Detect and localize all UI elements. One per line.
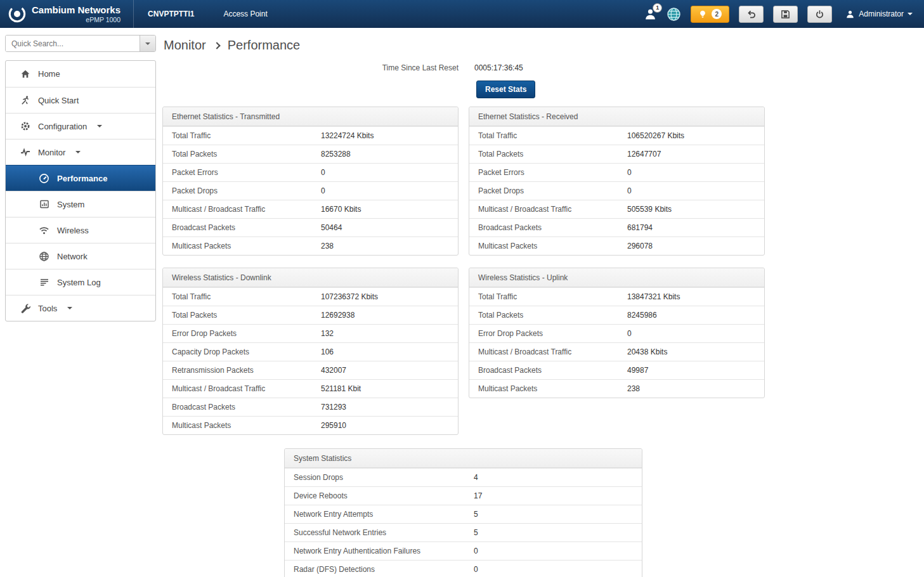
- quick-search: [5, 35, 156, 52]
- sidebar-item-performance[interactable]: Performance: [6, 165, 155, 191]
- notifications-button[interactable]: 2: [691, 6, 729, 23]
- stat-row: Total Packets 8253288: [163, 145, 458, 163]
- breadcrumb-arrow-icon: [213, 42, 220, 49]
- sidebar-item-system[interactable]: System: [6, 191, 155, 217]
- home-icon: [19, 69, 31, 79]
- stat-value: 20438 Kbits: [627, 347, 667, 356]
- stat-row: Packet Drops 0: [163, 181, 458, 200]
- stat-label: Multicast / Broadcast Traffic: [478, 205, 627, 214]
- device-mode-label: Access Point: [208, 10, 273, 18]
- stat-value: 50464: [321, 223, 342, 232]
- sidebar-item-label: Performance: [57, 174, 107, 183]
- stat-row: Device Reboots 17: [285, 486, 642, 505]
- sidebar: Home Quick Start Confi: [5, 35, 156, 321]
- stat-row: Total Traffic 106520267 Kbits: [469, 126, 764, 145]
- stat-value: 17: [474, 491, 482, 500]
- stat-value: 0: [474, 547, 478, 555]
- sidebar-item-label: Wireless: [57, 226, 89, 235]
- caret-down-icon: [75, 151, 81, 156]
- brand-logo[interactable]: Cambium Networks ePMP 1000: [8, 0, 133, 28]
- caret-down-icon: [145, 42, 150, 48]
- panel-title: System Statistics: [285, 449, 642, 468]
- stat-value: 0: [627, 329, 632, 338]
- sidebar-item-label: Quick Start: [38, 96, 79, 105]
- stat-value: 5: [474, 528, 478, 537]
- globe-icon[interactable]: [667, 7, 681, 22]
- system-chart-icon: [38, 199, 50, 209]
- stat-row: Multicast / Broadcast Traffic 20438 Kbit…: [469, 342, 764, 361]
- stat-value: 8253288: [321, 150, 351, 159]
- stat-label: Total Traffic: [172, 131, 321, 140]
- stat-label: Broadcast Packets: [172, 223, 321, 232]
- stat-row: Packet Drops 0: [469, 181, 764, 200]
- stat-value: 432007: [321, 366, 346, 375]
- stat-row: Multicast / Broadcast Traffic 521181 Kbi…: [163, 379, 458, 398]
- sidebar-item-label: System: [57, 200, 84, 209]
- stat-value: 0: [627, 168, 632, 177]
- reset-stats-button[interactable]: Reset Stats: [476, 81, 535, 98]
- caret-down-icon: [97, 125, 102, 130]
- sidebar-menu: Home Quick Start Confi: [5, 60, 156, 321]
- stat-value: 681794: [627, 223, 653, 232]
- device-name: CNVPTPTTI1: [133, 0, 208, 28]
- breadcrumb: Monitor Performance: [164, 38, 924, 53]
- pulse-icon: [19, 147, 31, 157]
- stat-label: Network Entry Authentication Failures: [294, 547, 474, 555]
- save-button[interactable]: [773, 6, 798, 23]
- power-button[interactable]: [807, 6, 832, 23]
- stat-value: 238: [321, 242, 334, 250]
- stat-row: Network Entry Attempts 5: [285, 505, 642, 523]
- stat-row: Broadcast Packets 731293: [163, 398, 458, 416]
- stat-value: 4: [474, 473, 478, 482]
- brand-model: ePMP 1000: [86, 16, 120, 23]
- sidebar-item-label: Network: [57, 252, 88, 261]
- sidebar-item-system-log[interactable]: System Log: [6, 269, 155, 295]
- stat-label: Broadcast Packets: [478, 223, 627, 232]
- breadcrumb-page: Performance: [228, 38, 301, 53]
- sidebar-item-monitor[interactable]: Monitor: [6, 139, 155, 165]
- caret-down-icon: [67, 307, 72, 312]
- stat-label: Multicast Packets: [478, 384, 627, 393]
- stat-value: 49987: [627, 366, 648, 375]
- wifi-icon: [38, 225, 50, 236]
- stat-label: Multicast / Broadcast Traffic: [172, 384, 321, 393]
- gauge-icon: [38, 173, 50, 184]
- stat-label: Error Drop Packets: [478, 329, 627, 338]
- stat-label: Error Drop Packets: [172, 329, 321, 338]
- stat-value: 731293: [321, 403, 346, 412]
- stat-row: Successful Network Entries 5: [285, 523, 642, 541]
- stat-row: Packet Errors 0: [163, 163, 458, 181]
- search-input[interactable]: [6, 36, 140, 51]
- stat-row: Total Packets 8245986: [469, 306, 764, 324]
- sidebar-item-home[interactable]: Home: [6, 61, 155, 87]
- stat-label: Multicast Packets: [478, 242, 627, 250]
- undo-button[interactable]: [739, 6, 764, 23]
- connected-users-button[interactable]: 1: [644, 8, 657, 21]
- stat-row: Network Entry Authentication Failures 0: [285, 541, 642, 560]
- stat-label: Total Traffic: [478, 292, 627, 301]
- panel-wireless-downlink: Wireless Statistics - Downlink Total Tra…: [162, 268, 459, 435]
- stat-value: 521181 Kbit: [321, 384, 361, 393]
- undo-icon: [746, 9, 757, 19]
- stat-value: 132: [321, 329, 334, 338]
- brand-name: Cambium Networks: [32, 4, 120, 15]
- stat-label: Total Packets: [172, 150, 321, 159]
- stat-row: Multicast Packets 295910: [163, 416, 458, 434]
- stat-label: Radar (DFS) Detections: [294, 565, 474, 574]
- stat-label: Multicast / Broadcast Traffic: [478, 347, 627, 356]
- search-dropdown-button[interactable]: [140, 36, 155, 51]
- stat-label: Multicast Packets: [172, 242, 321, 250]
- sidebar-item-wireless[interactable]: Wireless: [6, 217, 155, 243]
- sidebar-item-network[interactable]: Network: [6, 243, 155, 269]
- user-menu[interactable]: Administrator: [845, 10, 913, 19]
- stat-label: Packet Drops: [172, 186, 321, 195]
- time-since-reset-label: Time Since Last Reset: [162, 63, 459, 72]
- sidebar-item-configuration[interactable]: Configuration: [6, 113, 155, 139]
- stat-row: Error Drop Packets 132: [163, 324, 458, 342]
- stat-row: Multicast / Broadcast Traffic 16670 Kbit…: [163, 200, 458, 218]
- stat-value: 13224724 Kbits: [321, 131, 374, 140]
- sidebar-item-tools[interactable]: Tools: [6, 295, 155, 321]
- lightbulb-icon: [698, 10, 707, 19]
- stat-label: Successful Network Entries: [294, 528, 474, 537]
- sidebar-item-quick-start[interactable]: Quick Start: [6, 87, 155, 113]
